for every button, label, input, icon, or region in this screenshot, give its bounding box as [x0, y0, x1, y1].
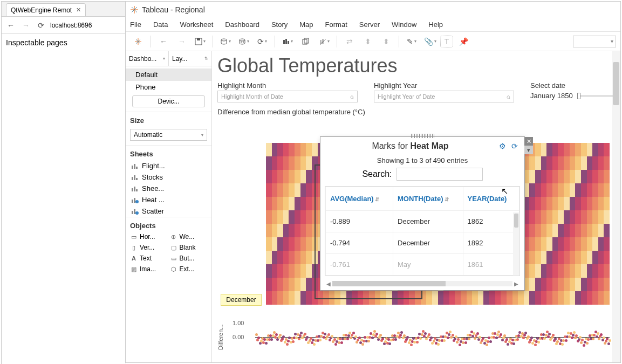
- bar-chart-check-icon: [131, 208, 139, 215]
- object-blank[interactable]: ▢Blank: [170, 243, 208, 252]
- sheet-item[interactable]: Shee...: [126, 183, 211, 194]
- object-horizontal[interactable]: ▭Hor...: [130, 232, 168, 242]
- browser-viewport: Inspectable pages: [2, 34, 126, 51]
- refresh-icon[interactable]: ⟳: [511, 142, 518, 150]
- object-webpage[interactable]: ⊕We...: [170, 232, 208, 242]
- fit-dropdown[interactable]: ▾: [573, 36, 616, 47]
- col-month[interactable]: MONTH(Date)⇵: [393, 187, 463, 211]
- menu-format[interactable]: Format: [325, 20, 347, 29]
- slider-handle[interactable]: [577, 93, 580, 99]
- menu-worksheet[interactable]: Worksheet: [180, 20, 213, 29]
- svg-rect-15: [285, 39, 287, 44]
- sheet-item[interactable]: Stocks: [126, 171, 211, 183]
- scroll-right-icon: ▶: [512, 281, 520, 287]
- sort-desc-icon[interactable]: ⬍: [378, 34, 394, 49]
- marks-popup[interactable]: ✕ ▾ Marks for Heat Map ⚙ ⟳ Showing 1 to …: [320, 136, 525, 291]
- svg-point-10: [221, 39, 227, 41]
- browser-tab[interactable]: QtWebEngine Remot ✕: [6, 3, 86, 16]
- menu-window[interactable]: Window: [392, 20, 416, 29]
- bar-chart-icon: [131, 174, 139, 181]
- svg-rect-24: [136, 167, 138, 169]
- marks-table: AVG(Median)⇵ MONTH(Date)⇵ YEAR(Date) -0.…: [325, 187, 520, 276]
- clear-icon[interactable]: [316, 34, 332, 49]
- text-tool-icon[interactable]: T: [440, 36, 453, 47]
- month-highlight-badge: December: [221, 294, 262, 306]
- tableau-logo-small-icon[interactable]: [130, 34, 146, 49]
- bar-chart-icon: [131, 163, 139, 169]
- forward-icon[interactable]: →: [20, 19, 32, 31]
- undo-icon[interactable]: ←: [155, 34, 172, 49]
- date-slider[interactable]: [577, 95, 615, 97]
- menu-map[interactable]: Map: [299, 20, 313, 29]
- filter-month-label: Highlight Month: [217, 81, 358, 90]
- globe-icon: ⊕: [170, 233, 177, 240]
- dropdown-caret-icon[interactable]: ▾: [524, 146, 533, 154]
- sheet-item[interactable]: Flight...: [126, 160, 211, 171]
- device-phone[interactable]: Phone: [126, 81, 211, 93]
- sheet-item[interactable]: Scatter: [126, 205, 211, 217]
- filter-year-label: Highlight Year: [374, 81, 514, 90]
- object-text[interactable]: AText: [130, 253, 168, 263]
- menu-help[interactable]: Help: [428, 20, 443, 29]
- search-input[interactable]: [397, 168, 483, 181]
- pause-updates-icon[interactable]: [236, 34, 252, 49]
- attach-icon[interactable]: 📎: [422, 34, 438, 49]
- close-icon[interactable]: ✕: [524, 137, 533, 146]
- menu-server[interactable]: Server: [359, 20, 380, 29]
- sidebar: Dashbo...▾ Lay...⇅ Default Phone Devic..…: [126, 51, 212, 362]
- svg-rect-23: [134, 164, 135, 169]
- col-avg[interactable]: AVG(Median)⇵: [326, 187, 393, 211]
- filter-year-combo[interactable]: Highlight Year of Date: [374, 91, 514, 102]
- save-icon[interactable]: [192, 34, 208, 49]
- popup-hscrollbar[interactable]: ◀ ▶: [325, 279, 520, 288]
- sort-asc-icon[interactable]: ⬍: [360, 34, 376, 49]
- sheet-item[interactable]: Heat ...: [126, 194, 211, 205]
- object-image[interactable]: ▨Ima...: [130, 264, 168, 274]
- titlebar: Tableau - Regional: [126, 2, 620, 18]
- table-row[interactable]: -0.889December1862: [326, 211, 520, 232]
- duplicate-icon[interactable]: [298, 34, 314, 49]
- scatter-chart[interactable]: Differen... 1.00 0.00: [217, 310, 610, 362]
- pin-icon[interactable]: 📌: [455, 34, 471, 49]
- address-bar[interactable]: localhost:8696: [50, 22, 122, 29]
- device-preview-button[interactable]: Devic...: [132, 95, 205, 107]
- object-extension[interactable]: ⬡Ext...: [170, 264, 208, 274]
- svg-point-11: [240, 39, 245, 41]
- highlight-icon[interactable]: ✎: [404, 34, 420, 49]
- popup-vscrollbar[interactable]: [513, 212, 520, 276]
- new-datasource-icon[interactable]: [217, 34, 234, 49]
- refresh-icon[interactable]: ⟳: [254, 34, 270, 49]
- table-row[interactable]: -0.794December1892: [326, 232, 520, 254]
- swap-icon[interactable]: ⇄: [341, 34, 358, 49]
- device-default[interactable]: Default: [126, 68, 211, 81]
- svg-rect-25: [132, 177, 133, 180]
- filter-month-combo[interactable]: Highlight Month of Date: [217, 91, 358, 102]
- close-icon[interactable]: ✕: [76, 6, 81, 13]
- menu-dashboard[interactable]: Dashboard: [225, 20, 259, 29]
- image-icon: ▨: [130, 266, 138, 272]
- gear-icon[interactable]: ⚙: [499, 142, 506, 150]
- table-row[interactable]: -0.761May1861: [326, 254, 520, 276]
- object-vertical[interactable]: ▯Ver...: [130, 243, 168, 252]
- col-year[interactable]: YEAR(Date): [463, 187, 520, 211]
- menu-file[interactable]: File: [130, 20, 141, 29]
- svg-rect-22: [132, 166, 133, 169]
- svg-rect-18: [304, 38, 309, 43]
- menu-story[interactable]: Story: [271, 20, 288, 29]
- size-dropdown[interactable]: Automatic: [130, 129, 207, 141]
- sidebar-tab-dashboard[interactable]: Dashbo...▾: [126, 51, 169, 66]
- object-button[interactable]: ▭But...: [170, 253, 208, 263]
- svg-rect-27: [136, 178, 138, 180]
- sidebar-tab-layout[interactable]: Lay...⇅: [169, 51, 211, 66]
- sort-icon: ⇵: [375, 196, 379, 202]
- vertical-scrollbar[interactable]: [612, 51, 620, 362]
- button-icon: ▭: [170, 255, 177, 262]
- redo-icon[interactable]: →: [174, 34, 190, 49]
- vertical-container-icon: ▯: [130, 244, 138, 251]
- back-icon[interactable]: ←: [5, 19, 17, 31]
- reload-icon[interactable]: ⟳: [35, 19, 47, 31]
- slider-label: Select date: [530, 81, 615, 90]
- new-worksheet-icon[interactable]: [279, 34, 296, 49]
- menu-data[interactable]: Data: [153, 20, 168, 29]
- drag-handle-icon[interactable]: [411, 134, 435, 138]
